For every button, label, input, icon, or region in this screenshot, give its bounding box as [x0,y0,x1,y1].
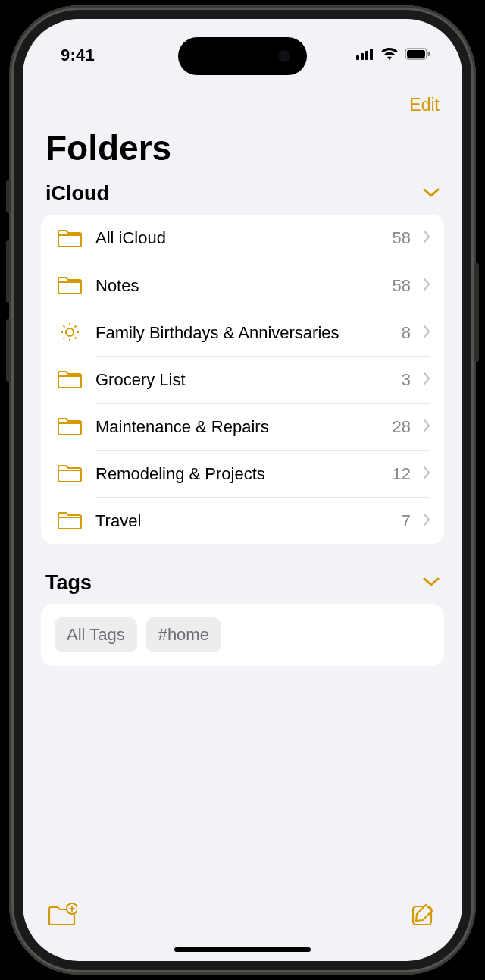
svg-rect-3 [370,49,373,60]
chevron-right-icon [423,230,430,247]
folder-row-grocery-list[interactable]: Grocery List 3 [41,356,444,403]
svg-rect-5 [407,50,425,58]
edit-button[interactable]: Edit [409,95,440,115]
volume-up-button [6,240,11,303]
page-title: Folders [23,123,462,182]
folder-icon [55,463,85,483]
folder-name: Travel [95,511,393,531]
svg-rect-0 [356,55,359,60]
chevron-right-icon [423,513,430,529]
status-time: 9:41 [61,46,95,65]
folder-count: 3 [402,370,411,390]
folder-row-maintenance-repairs[interactable]: Maintenance & Repairs 28 [41,403,444,450]
folder-row-notes[interactable]: Notes 58 [41,262,444,309]
folder-name: Grocery List [95,370,393,390]
chevron-right-icon [423,278,430,294]
tag-home[interactable]: #home [146,617,221,652]
screen: 9:41 Edit Folders iCloud [23,19,462,961]
wifi-icon [380,47,399,64]
folder-count: 58 [393,228,411,248]
folder-row-travel[interactable]: Travel 7 [41,497,444,544]
folder-icon [55,369,85,389]
folder-row-remodeling-projects[interactable]: Remodeling & Projects 12 [41,450,444,497]
battery-icon [405,48,430,63]
chevron-down-icon [423,187,440,201]
new-folder-button[interactable] [48,903,77,930]
folder-name: All iCloud [95,228,383,248]
section-header-tags[interactable]: Tags [23,571,462,604]
folder-icon [55,416,85,436]
svg-point-7 [66,328,74,336]
tags-section: Tags All Tags #home [23,571,462,666]
chevron-down-icon [423,576,440,590]
gear-icon [55,321,85,344]
nav-bar: Edit [23,80,462,123]
folder-list-icloud: All iCloud 58 Notes 58 [41,215,444,544]
folder-row-all-icloud[interactable]: All iCloud 58 [41,215,444,262]
svg-rect-6 [428,52,430,56]
folder-count: 28 [393,417,411,437]
section-title: Tags [45,571,92,595]
volume-down-button [6,319,11,382]
side-button [6,180,11,213]
new-note-button[interactable] [411,902,436,931]
section-title: iCloud [45,182,109,206]
tags-container: All Tags #home [41,604,444,666]
dynamic-island [178,37,307,75]
folder-icon [55,275,85,295]
folder-name: Maintenance & Repairs [95,417,383,437]
svg-rect-2 [365,51,368,60]
folder-count: 8 [402,323,411,343]
folder-icon [55,510,85,530]
folder-count: 58 [393,276,411,296]
folder-name: Remodeling & Projects [95,464,383,484]
folder-count: 12 [393,464,411,484]
chevron-right-icon [423,419,430,435]
status-icons [356,47,430,64]
chevron-right-icon [423,372,430,388]
tag-all-tags[interactable]: All Tags [55,617,137,652]
home-indicator[interactable] [174,947,311,952]
folder-icon [55,228,85,248]
chevron-right-icon [423,325,430,341]
folder-name: Notes [95,276,383,296]
phone-frame: 9:41 Edit Folders iCloud [9,5,476,975]
folder-row-family-birthdays[interactable]: Family Birthdays & Anniversaries 8 [41,309,444,356]
svg-rect-1 [361,53,364,60]
folder-count: 7 [402,511,411,531]
folder-name: Family Birthdays & Anniversaries [95,323,393,343]
chevron-right-icon [423,466,430,482]
cellular-icon [356,48,374,63]
section-header-icloud[interactable]: iCloud [23,182,462,215]
power-button [474,263,479,362]
